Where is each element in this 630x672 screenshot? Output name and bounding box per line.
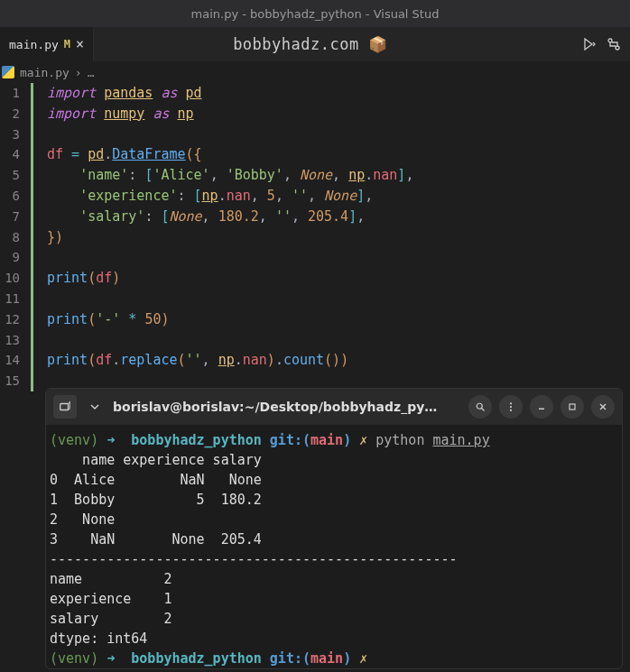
code-content[interactable]: import pandas as pd import numpy as np d… bbox=[32, 83, 630, 390]
terminal-title: borislav@borislav:~/Desktop/bobbyhadz_py… bbox=[113, 400, 459, 414]
svg-point-3 bbox=[477, 403, 482, 409]
breadcrumb-file: main.py bbox=[20, 66, 69, 79]
terminal-new-tab-button[interactable] bbox=[53, 395, 77, 419]
run-icon[interactable] bbox=[581, 37, 596, 51]
code-editor[interactable]: 1 2 3 4 5 6 7 8 9 10 11 12 13 14 15 impo… bbox=[0, 83, 630, 390]
svg-point-7 bbox=[510, 410, 512, 411]
watermark-text: bobbyhadz.com 📦 bbox=[40, 35, 581, 53]
breadcrumb-sep: › bbox=[75, 66, 82, 79]
terminal-window: borislav@borislav:~/Desktop/bobbyhadz_py… bbox=[45, 388, 623, 669]
svg-line-4 bbox=[482, 409, 485, 411]
terminal-minimize-button[interactable] bbox=[530, 395, 553, 419]
breadcrumb-more: … bbox=[88, 66, 95, 79]
svg-point-0 bbox=[608, 39, 612, 42]
svg-rect-9 bbox=[570, 404, 575, 410]
window-title: main.py - bobbyhadz_python - Visual Stud bbox=[191, 7, 440, 21]
line-numbers: 1 2 3 4 5 6 7 8 9 10 11 12 13 14 15 bbox=[0, 83, 32, 390]
window-titlebar: main.py - bobbyhadz_python - Visual Stud bbox=[0, 0, 630, 27]
git-compare-icon[interactable] bbox=[607, 37, 621, 51]
terminal-menu-button[interactable] bbox=[499, 395, 523, 419]
breadcrumb[interactable]: main.py › … bbox=[0, 61, 630, 83]
editor-actions bbox=[581, 37, 630, 51]
svg-rect-2 bbox=[60, 404, 69, 410]
python-file-icon bbox=[2, 66, 14, 78]
terminal-maximize-button[interactable] bbox=[561, 395, 584, 419]
terminal-search-button[interactable] bbox=[468, 395, 492, 419]
terminal-close-button[interactable] bbox=[591, 395, 615, 419]
terminal-output[interactable]: (venv) ➜ bobbyhadz_python git:(main) ✗ p… bbox=[46, 425, 622, 669]
terminal-titlebar: borislav@borislav:~/Desktop/bobbyhadz_py… bbox=[46, 389, 622, 425]
svg-point-1 bbox=[616, 46, 619, 50]
terminal-dropdown-button[interactable] bbox=[86, 395, 104, 419]
tab-bar: main.py M × bobbyhadz.com 📦 bbox=[0, 27, 630, 61]
svg-point-6 bbox=[510, 406, 512, 408]
svg-point-5 bbox=[510, 402, 512, 404]
